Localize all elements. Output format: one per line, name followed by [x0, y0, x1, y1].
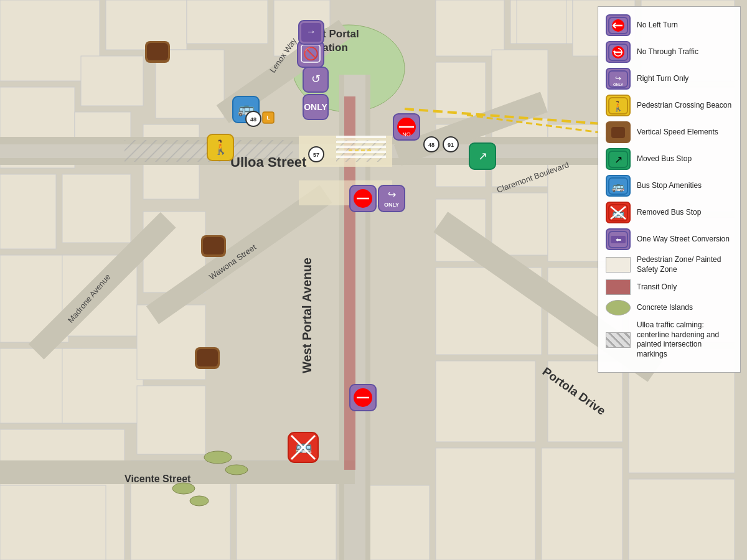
legend-label-concrete-islands: Concrete Islands — [637, 303, 693, 313]
svg-rect-66 — [336, 136, 386, 138]
svg-text:🚶: 🚶 — [212, 139, 230, 156]
svg-text:↪: ↪ — [615, 74, 621, 83]
svg-text:↺: ↺ — [311, 73, 321, 85]
legend-item-no-through: No Through Traffic — [606, 41, 733, 63]
legend-item-moved-bus: ↗ Moved Bus Stop — [606, 148, 733, 170]
svg-text:→: → — [306, 26, 316, 37]
svg-text:48: 48 — [250, 116, 256, 123]
svg-rect-37 — [436, 361, 535, 442]
svg-point-73 — [172, 483, 195, 494]
svg-text:NO: NO — [402, 131, 411, 138]
legend-label-ulloa-calming: Ulloa traffic calming: centerline harden… — [637, 320, 733, 359]
legend-item-no-left-turn: No Left Turn — [606, 14, 733, 36]
svg-text:L: L — [266, 114, 270, 121]
legend-icon-ped-beacon: 🚶 — [606, 95, 631, 116]
svg-text:48: 48 — [428, 142, 435, 148]
svg-rect-12 — [62, 174, 131, 243]
svg-rect-3 — [106, 0, 187, 50]
svg-text:🚶: 🚶 — [612, 100, 624, 112]
legend-swatch-transit-only — [606, 279, 631, 295]
svg-rect-67 — [336, 141, 386, 143]
svg-rect-110 — [203, 237, 224, 254]
svg-rect-23 — [436, 0, 504, 56]
legend-item-ped-zone: Pedestrian Zone/ Painted Safety Zone — [606, 255, 733, 274]
legend-item-right-turn: ↪ ONLY Right Turn Only — [606, 68, 733, 90]
svg-rect-112 — [197, 349, 218, 366]
svg-rect-33 — [492, 193, 548, 255]
svg-text:Vicente Street: Vicente Street — [125, 474, 191, 484]
legend-icon-vertical-speed — [606, 121, 631, 143]
legend-swatch-concrete-islands — [606, 300, 631, 315]
legend-label-right-turn: Right Turn Only — [637, 74, 688, 84]
legend-label-no-through: No Through Traffic — [637, 47, 698, 57]
svg-text:West Portal Avenue: West Portal Avenue — [300, 258, 314, 373]
svg-rect-69 — [336, 151, 386, 153]
legend-item-bus-amenities: 🚌 Bus Stop Amenities — [606, 175, 733, 197]
svg-rect-70 — [336, 156, 386, 158]
svg-rect-147 — [611, 127, 625, 138]
legend-item-transit-only: Transit Only — [606, 279, 733, 295]
svg-text:🚌: 🚌 — [612, 180, 624, 192]
svg-text:🚫: 🚫 — [303, 46, 319, 61]
svg-rect-19 — [137, 305, 205, 380]
legend-item-vertical-speed: Vertical Speed Elements — [606, 121, 733, 143]
legend-label-removed-bus: Removed Bus Stop — [637, 208, 701, 218]
legend-swatch-ulloa-calming — [606, 332, 631, 348]
svg-text:57: 57 — [313, 152, 319, 158]
svg-rect-44 — [436, 448, 535, 560]
svg-text:Ulloa Street: Ulloa Street — [230, 154, 307, 170]
svg-rect-46 — [629, 479, 735, 560]
legend-label-ped-zone: Pedestrian Zone/ Painted Safety Zone — [637, 255, 733, 274]
legend-icon-bus-amenities: 🚌 — [606, 175, 631, 197]
svg-text:91: 91 — [448, 142, 454, 148]
legend-icon-moved-bus: ↗ — [606, 148, 631, 170]
map-container: Ulloa Street West Portal Avenue West Por… — [0, 0, 747, 560]
svg-rect-27 — [517, 0, 566, 44]
legend-item-concrete-islands: Concrete Islands — [606, 300, 733, 315]
svg-rect-108 — [147, 43, 168, 60]
legend-icon-removed-bus: 🚌 — [606, 202, 631, 223]
svg-text:↗: ↗ — [614, 154, 622, 165]
svg-rect-20 — [137, 386, 205, 454]
legend-item-ped-beacon: 🚶 Pedestrian Crossing Beacon — [606, 95, 733, 116]
legend-label-bus-amenities: Bus Stop Amenities — [637, 181, 702, 191]
svg-rect-5 — [81, 56, 143, 106]
legend-label-ped-beacon: Pedestrian Crossing Beacon — [637, 101, 731, 111]
svg-rect-14 — [187, 0, 268, 44]
svg-rect-10 — [62, 348, 143, 423]
legend-item-ulloa-calming: Ulloa traffic calming: centerline harden… — [606, 320, 733, 359]
svg-point-72 — [225, 465, 248, 475]
svg-rect-25 — [436, 62, 486, 118]
svg-text:↪: ↪ — [388, 189, 396, 200]
svg-point-74 — [190, 496, 209, 506]
legend-label-vertical-speed: Vertical Speed Elements — [637, 128, 718, 138]
legend-label-one-way: One Way Street Conversion — [637, 235, 730, 245]
svg-text:ONLY: ONLY — [304, 102, 327, 112]
legend-item-one-way: ⬅ One Way Street Conversion — [606, 228, 733, 250]
legend-label-moved-bus: Moved Bus Stop — [637, 154, 692, 164]
svg-rect-6 — [0, 174, 56, 249]
svg-rect-47 — [0, 485, 106, 560]
legend-label-transit-only: Transit Only — [637, 282, 677, 292]
svg-rect-68 — [336, 146, 386, 148]
legend-item-removed-bus: 🚌 Removed Bus Stop — [606, 202, 733, 223]
legend-icon-one-way: ⬅ — [606, 228, 631, 250]
svg-point-71 — [204, 451, 232, 464]
svg-rect-45 — [542, 448, 622, 560]
legend-icon-no-through — [606, 41, 631, 63]
svg-text:↗: ↗ — [478, 150, 487, 162]
svg-text:⬅: ⬅ — [616, 236, 621, 243]
legend-icon-right-turn: ↪ ONLY — [606, 68, 631, 90]
svg-text:ONLY: ONLY — [613, 83, 623, 86]
svg-text:ONLY: ONLY — [384, 202, 399, 208]
legend-label-no-left-turn: No Left Turn — [637, 21, 678, 30]
legend-panel: No Left Turn No Through Traffic ↪ ONLY — [598, 6, 741, 373]
legend-swatch-ped-zone — [606, 257, 631, 273]
legend-icon-no-left-turn — [606, 14, 631, 36]
